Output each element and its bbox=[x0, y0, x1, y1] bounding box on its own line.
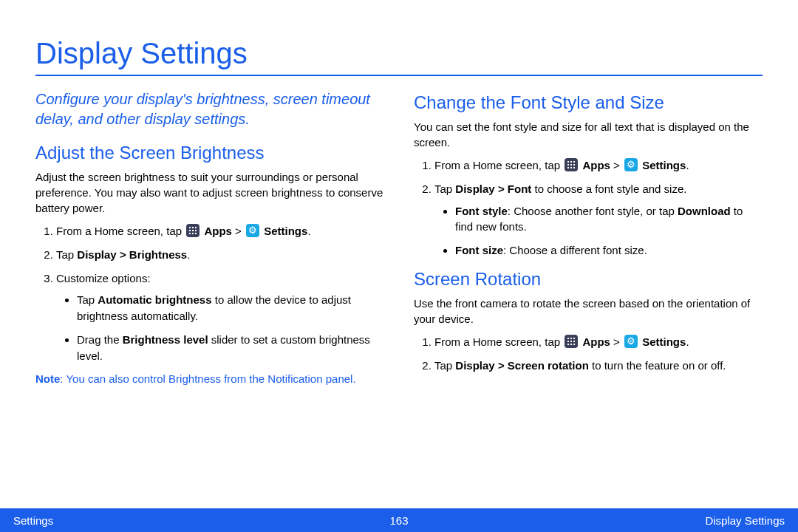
step-text: Tap bbox=[434, 183, 455, 195]
font-step-2: Tap Display > Font to choose a font styl… bbox=[434, 181, 763, 259]
footer-page-number: 163 bbox=[0, 514, 798, 527]
rotation-step-1: From a Home screen, tap Apps > Settings. bbox=[434, 334, 763, 350]
section-font-heading: Change the Font Style and Size bbox=[414, 92, 763, 113]
brightness-option-2: Drag the Brightness level slider to set … bbox=[77, 332, 384, 364]
settings-icon bbox=[246, 224, 259, 237]
bullet-text: Drag the bbox=[77, 333, 123, 346]
bullet-bold: Font style bbox=[455, 205, 508, 217]
intro-text: Configure your display's brightness, scr… bbox=[35, 89, 384, 129]
section-brightness-heading: Adjust the Screen Brightness bbox=[35, 143, 384, 163]
brightness-step-3: Customize options: Tap Automatic brightn… bbox=[56, 270, 384, 364]
settings-icon bbox=[624, 158, 638, 171]
footer-left: Settings bbox=[13, 514, 53, 527]
step-bold: Display > Font bbox=[455, 183, 531, 195]
settings-label: Settings bbox=[642, 335, 686, 348]
note-label: Note bbox=[35, 372, 60, 385]
step-text-end: . bbox=[686, 335, 689, 348]
rotation-description: Use the front camera to rotate the scree… bbox=[414, 296, 763, 327]
step-text: Tap bbox=[434, 359, 455, 372]
bullet-text-end: : Choose a different font size. bbox=[503, 244, 647, 256]
bullet-bold: Automatic brightness bbox=[98, 293, 211, 306]
footer-right: Display Settings bbox=[705, 514, 785, 527]
apps-label: Apps bbox=[204, 225, 232, 237]
gt-separator: > bbox=[232, 225, 245, 237]
bullet-text: Tap bbox=[77, 293, 98, 306]
left-column: Configure your display's brightness, scr… bbox=[35, 89, 384, 386]
step-text: From a Home screen, tap bbox=[56, 225, 185, 237]
bullet-bold2: Download bbox=[678, 205, 731, 217]
brightness-step-2: Tap Display > Brightness. bbox=[56, 247, 384, 263]
step-text: Customize options: bbox=[56, 272, 151, 284]
gt-separator: > bbox=[610, 159, 623, 171]
brightness-description: Adjust the screen brightness to suit you… bbox=[35, 169, 384, 216]
step-text-end: to choose a font style and size. bbox=[531, 183, 686, 195]
brightness-note: Note: You can also control Brightness fr… bbox=[35, 371, 384, 386]
page-footer: Settings 163 Display Settings bbox=[0, 508, 798, 532]
rotation-step-2: Tap Display > Screen rotation to turn th… bbox=[434, 358, 763, 374]
step-bold: Display > Screen rotation bbox=[455, 359, 588, 372]
brightness-steps: From a Home screen, tap Apps > Settings.… bbox=[35, 223, 384, 364]
apps-icon bbox=[565, 335, 578, 348]
apps-icon bbox=[186, 224, 200, 237]
page-root: Display Settings Configure your display'… bbox=[0, 0, 798, 532]
page-title: Display Settings bbox=[35, 37, 763, 76]
bullet-bold: Font size bbox=[455, 244, 503, 256]
apps-icon bbox=[565, 158, 578, 171]
step-bold: Display > Brightness bbox=[77, 248, 187, 261]
font-description: You can set the font style and size for … bbox=[414, 119, 763, 150]
bullet-bold: Brightness level bbox=[123, 333, 208, 346]
step-text-end: . bbox=[307, 225, 310, 237]
step-text: Tap bbox=[56, 248, 77, 261]
font-steps: From a Home screen, tap Apps > Settings.… bbox=[414, 157, 763, 259]
apps-label: Apps bbox=[582, 335, 610, 348]
section-rotation-heading: Screen Rotation bbox=[414, 269, 763, 290]
font-option-style: Font style: Choose another font style, o… bbox=[455, 203, 763, 236]
two-column-layout: Configure your display's brightness, scr… bbox=[35, 89, 763, 386]
right-column: Change the Font Style and Size You can s… bbox=[414, 89, 763, 386]
rotation-steps: From a Home screen, tap Apps > Settings.… bbox=[414, 334, 763, 374]
step-text: From a Home screen, tap bbox=[434, 159, 563, 171]
step-text-end: to turn the feature on or off. bbox=[589, 359, 726, 372]
apps-label: Apps bbox=[582, 159, 610, 171]
font-step-1: From a Home screen, tap Apps > Settings. bbox=[434, 157, 763, 174]
settings-icon bbox=[624, 335, 638, 348]
settings-label: Settings bbox=[642, 159, 686, 171]
content-area: Display Settings Configure your display'… bbox=[0, 0, 798, 386]
font-options: Font style: Choose another font style, o… bbox=[434, 203, 763, 259]
brightness-option-1: Tap Automatic brightness to allow the de… bbox=[77, 292, 384, 324]
brightness-options: Tap Automatic brightness to allow the de… bbox=[56, 292, 384, 364]
settings-label: Settings bbox=[264, 225, 307, 237]
note-body: : You can also control Brightness from t… bbox=[60, 372, 355, 385]
brightness-step-1: From a Home screen, tap Apps > Settings. bbox=[56, 223, 384, 239]
font-option-size: Font size: Choose a different font size. bbox=[455, 242, 763, 259]
step-text-end: . bbox=[686, 159, 689, 171]
step-text-end: . bbox=[187, 248, 190, 261]
bullet-text: : Choose another font style, or tap bbox=[508, 205, 678, 217]
gt-separator: > bbox=[610, 335, 623, 348]
step-text: From a Home screen, tap bbox=[434, 335, 563, 348]
